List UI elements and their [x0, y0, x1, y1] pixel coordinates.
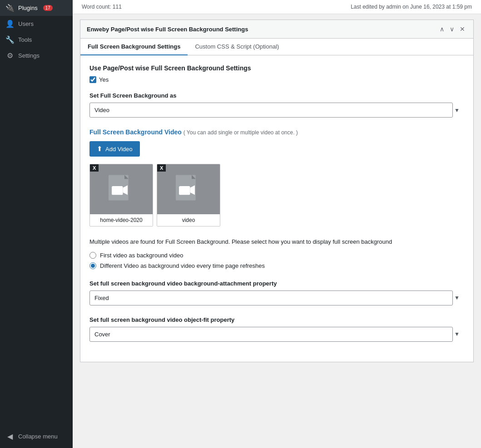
sidebar-label-tools: Tools	[18, 36, 32, 43]
sidebar-label-collapse: Collapse menu	[18, 433, 58, 440]
sidebar: 🔌 Plugins 17 👤 Users 🔧 Tools ⚙ Settings …	[0, 0, 73, 448]
background-as-label: Set Full Screen Background as	[89, 92, 464, 99]
users-icon: 👤	[5, 20, 15, 28]
panel-header: Enweby Page/Post wise Full Screen Backgr…	[80, 20, 473, 39]
background-as-arrow-icon: ▼	[454, 107, 460, 113]
video-remove-2[interactable]: X	[157, 164, 166, 172]
video-thumb-img-2	[157, 164, 220, 214]
sidebar-label-settings: Settings	[18, 52, 40, 59]
add-video-label: Add Video	[105, 146, 133, 153]
radio-row-first: First video as background video	[89, 252, 464, 259]
sidebar-label-users: Users	[18, 20, 34, 27]
sidebar-item-tools[interactable]: 🔧 Tools	[0, 32, 73, 48]
panel-collapse-down-button[interactable]: ∨	[448, 25, 456, 34]
use-setting-checkbox[interactable]	[89, 76, 96, 83]
tools-icon: 🔧	[5, 35, 15, 44]
radio-first-video[interactable]	[89, 252, 96, 259]
video-thumb-2: X video	[157, 164, 220, 226]
radio-label-first[interactable]: First video as background video	[100, 252, 183, 259]
use-setting-checkbox-row: Yes	[89, 76, 464, 83]
panel-title: Enweby Page/Post wise Full Screen Backgr…	[87, 26, 248, 33]
video-name-1: home-video-2020	[90, 214, 153, 226]
last-edited: Last edited by admin on June 16, 2023 at…	[351, 4, 472, 10]
sidebar-item-settings[interactable]: ⚙ Settings	[0, 48, 73, 64]
upload-icon: ⬆	[97, 145, 103, 153]
video-thumbs: X home-video-2020	[89, 164, 464, 226]
video-file-icon-1	[105, 173, 137, 205]
settings-icon: ⚙	[5, 51, 15, 60]
video-thumb-1: X home-video-2020	[89, 164, 153, 226]
radio-group: First video as background video Differen…	[89, 252, 464, 269]
background-as-select[interactable]: Video Image Color None	[89, 103, 453, 118]
main-content: Word count: 111 Last edited by admin on …	[73, 0, 481, 448]
tab-bg-settings[interactable]: Full Screen Background Settings	[80, 39, 188, 55]
video-section-title: Full Screen Background Video ( You can a…	[89, 128, 464, 136]
add-video-button[interactable]: ⬆ Add Video	[89, 141, 140, 157]
panel: Enweby Page/Post wise Full Screen Backgr…	[80, 20, 474, 362]
top-bar: Word count: 111 Last edited by admin on …	[73, 0, 481, 14]
radio-label-different[interactable]: Different Video as background video ever…	[100, 262, 265, 269]
word-count: Word count: 111	[82, 4, 122, 10]
video-name-2: video	[157, 214, 220, 226]
attachment-label: Set full screen background video backgro…	[89, 280, 464, 287]
svg-rect-2	[112, 186, 123, 195]
object-fit-arrow-icon: ▼	[454, 331, 460, 337]
radio-row-different: Different Video as background video ever…	[89, 262, 464, 269]
panel-close-button[interactable]: ✕	[458, 25, 467, 34]
video-remove-1[interactable]: X	[90, 164, 99, 172]
tab-css-script[interactable]: Custom CSS & Script (Optional)	[188, 39, 286, 55]
attachment-select[interactable]: Fixed Scroll Local	[89, 290, 453, 305]
sidebar-item-plugins[interactable]: 🔌 Plugins 17	[0, 0, 73, 16]
panel-collapse-up-button[interactable]: ∧	[438, 25, 446, 34]
tabs: Full Screen Background Settings Custom C…	[80, 39, 473, 55]
background-as-wrapper: Video Image Color None ▼	[89, 103, 464, 118]
use-setting-label[interactable]: Yes	[99, 76, 109, 83]
video-section-hint: ( You can add single or multiple video a…	[183, 129, 298, 136]
multiple-video-notice: Multiple videos are found for Full Scree…	[89, 237, 464, 246]
sidebar-item-collapse[interactable]: ◀ Collapse menu	[0, 428, 73, 448]
collapse-icon: ◀	[5, 432, 15, 441]
video-file-icon-2	[173, 173, 204, 205]
object-fit-wrapper: Cover Contain Fill None ▼	[89, 327, 464, 342]
panel-controls: ∧ ∨ ✕	[438, 25, 467, 34]
object-fit-select[interactable]: Cover Contain Fill None	[89, 327, 453, 342]
attachment-wrapper: Fixed Scroll Local ▼	[89, 290, 464, 305]
svg-rect-6	[179, 186, 190, 195]
object-fit-label: Set full screen background video object-…	[89, 316, 464, 323]
attachment-arrow-icon: ▼	[454, 295, 460, 301]
radio-different-video[interactable]	[89, 262, 96, 269]
use-setting-heading: Use Page/Post wise Full Screen Backgroun…	[89, 64, 464, 72]
plugins-icon: 🔌	[5, 4, 15, 12]
video-thumb-img-1	[90, 164, 153, 214]
plugins-badge: 17	[43, 5, 53, 11]
sidebar-label-plugins: Plugins	[18, 5, 38, 11]
sidebar-item-users[interactable]: 👤 Users	[0, 16, 73, 32]
panel-body: Use Page/Post wise Full Screen Backgroun…	[80, 55, 473, 362]
